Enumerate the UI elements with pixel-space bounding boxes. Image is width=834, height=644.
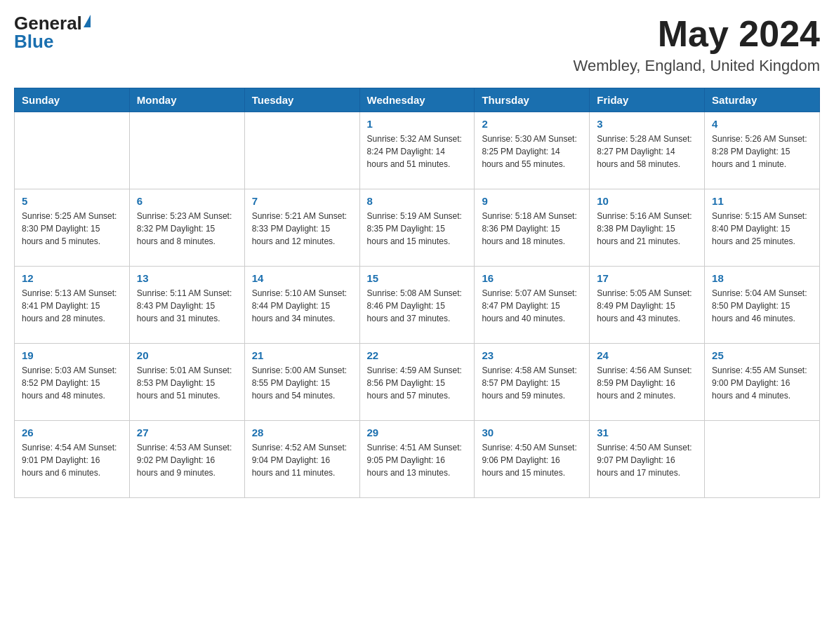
calendar-cell: 11Sunrise: 5:15 AM Sunset: 8:40 PM Dayli… bbox=[705, 189, 820, 267]
day-info: Sunrise: 5:05 AM Sunset: 8:49 PM Dayligh… bbox=[597, 287, 697, 325]
calendar-cell: 21Sunrise: 5:00 AM Sunset: 8:55 PM Dayli… bbox=[244, 344, 359, 421]
day-number: 11 bbox=[712, 195, 812, 207]
day-number: 19 bbox=[22, 349, 122, 361]
day-info: Sunrise: 5:03 AM Sunset: 8:52 PM Dayligh… bbox=[22, 364, 122, 402]
day-number: 9 bbox=[482, 195, 582, 207]
day-info: Sunrise: 5:11 AM Sunset: 8:43 PM Dayligh… bbox=[137, 287, 237, 325]
day-info: Sunrise: 5:16 AM Sunset: 8:38 PM Dayligh… bbox=[597, 210, 697, 248]
day-number: 13 bbox=[137, 272, 237, 284]
day-number: 2 bbox=[482, 118, 582, 130]
calendar-cell: 2Sunrise: 5:30 AM Sunset: 8:25 PM Daylig… bbox=[475, 112, 590, 189]
month-title: May 2024 bbox=[574, 14, 820, 54]
day-info: Sunrise: 5:08 AM Sunset: 8:46 PM Dayligh… bbox=[367, 287, 468, 325]
day-info: Sunrise: 5:01 AM Sunset: 8:53 PM Dayligh… bbox=[137, 364, 237, 402]
calendar-header-row: SundayMondayTuesdayWednesdayThursdayFrid… bbox=[15, 88, 820, 112]
location-title: Wembley, England, United Kingdom bbox=[574, 57, 820, 75]
calendar-cell: 13Sunrise: 5:11 AM Sunset: 8:43 PM Dayli… bbox=[129, 267, 244, 344]
weekday-header-monday: Monday bbox=[129, 88, 244, 112]
day-number: 18 bbox=[712, 272, 812, 284]
day-number: 6 bbox=[137, 195, 237, 207]
day-info: Sunrise: 5:13 AM Sunset: 8:41 PM Dayligh… bbox=[22, 287, 122, 325]
day-number: 27 bbox=[137, 427, 237, 438]
calendar-cell: 5Sunrise: 5:25 AM Sunset: 8:30 PM Daylig… bbox=[15, 189, 130, 267]
day-info: Sunrise: 4:56 AM Sunset: 8:59 PM Dayligh… bbox=[597, 364, 697, 402]
calendar-cell: 18Sunrise: 5:04 AM Sunset: 8:50 PM Dayli… bbox=[705, 267, 820, 344]
calendar-week-row: 1Sunrise: 5:32 AM Sunset: 8:24 PM Daylig… bbox=[15, 112, 820, 189]
day-number: 16 bbox=[482, 272, 582, 284]
day-info: Sunrise: 5:19 AM Sunset: 8:35 PM Dayligh… bbox=[367, 210, 468, 248]
day-info: Sunrise: 5:23 AM Sunset: 8:32 PM Dayligh… bbox=[137, 210, 237, 248]
day-number: 7 bbox=[252, 195, 352, 207]
day-info: Sunrise: 5:18 AM Sunset: 8:36 PM Dayligh… bbox=[482, 210, 582, 248]
day-number: 5 bbox=[22, 195, 122, 207]
day-info: Sunrise: 5:15 AM Sunset: 8:40 PM Dayligh… bbox=[712, 210, 812, 248]
day-info: Sunrise: 4:51 AM Sunset: 9:05 PM Dayligh… bbox=[367, 441, 468, 479]
calendar-week-row: 26Sunrise: 4:54 AM Sunset: 9:01 PM Dayli… bbox=[15, 421, 820, 498]
calendar-cell: 4Sunrise: 5:26 AM Sunset: 8:28 PM Daylig… bbox=[705, 112, 820, 189]
calendar-cell: 20Sunrise: 5:01 AM Sunset: 8:53 PM Dayli… bbox=[129, 344, 244, 421]
calendar-cell: 22Sunrise: 4:59 AM Sunset: 8:56 PM Dayli… bbox=[359, 344, 475, 421]
calendar-cell: 14Sunrise: 5:10 AM Sunset: 8:44 PM Dayli… bbox=[244, 267, 359, 344]
calendar-week-row: 12Sunrise: 5:13 AM Sunset: 8:41 PM Dayli… bbox=[15, 267, 820, 344]
day-number: 14 bbox=[252, 272, 352, 284]
day-number: 29 bbox=[367, 427, 468, 438]
calendar-cell: 27Sunrise: 4:53 AM Sunset: 9:02 PM Dayli… bbox=[129, 421, 244, 498]
day-number: 17 bbox=[597, 272, 697, 284]
day-info: Sunrise: 4:50 AM Sunset: 9:06 PM Dayligh… bbox=[482, 441, 582, 479]
calendar-cell: 29Sunrise: 4:51 AM Sunset: 9:05 PM Dayli… bbox=[359, 421, 475, 498]
day-number: 3 bbox=[597, 118, 697, 130]
logo-general-text: General bbox=[14, 14, 82, 32]
day-number: 30 bbox=[482, 427, 582, 438]
day-info: Sunrise: 4:59 AM Sunset: 8:56 PM Dayligh… bbox=[367, 364, 468, 402]
weekday-header-saturday: Saturday bbox=[705, 88, 820, 112]
calendar-cell: 23Sunrise: 4:58 AM Sunset: 8:57 PM Dayli… bbox=[475, 344, 590, 421]
calendar-week-row: 5Sunrise: 5:25 AM Sunset: 8:30 PM Daylig… bbox=[15, 189, 820, 267]
day-info: Sunrise: 4:54 AM Sunset: 9:01 PM Dayligh… bbox=[22, 441, 122, 479]
calendar-cell: 17Sunrise: 5:05 AM Sunset: 8:49 PM Dayli… bbox=[590, 267, 705, 344]
calendar-cell: 8Sunrise: 5:19 AM Sunset: 8:35 PM Daylig… bbox=[359, 189, 475, 267]
day-info: Sunrise: 4:58 AM Sunset: 8:57 PM Dayligh… bbox=[482, 364, 582, 402]
calendar-cell: 1Sunrise: 5:32 AM Sunset: 8:24 PM Daylig… bbox=[359, 112, 475, 189]
day-number: 23 bbox=[482, 349, 582, 361]
logo-blue-text: Blue bbox=[14, 32, 53, 51]
weekday-header-friday: Friday bbox=[590, 88, 705, 112]
day-info: Sunrise: 5:30 AM Sunset: 8:25 PM Dayligh… bbox=[482, 133, 582, 170]
day-info: Sunrise: 5:25 AM Sunset: 8:30 PM Dayligh… bbox=[22, 210, 122, 248]
calendar-cell: 12Sunrise: 5:13 AM Sunset: 8:41 PM Dayli… bbox=[15, 267, 130, 344]
calendar-week-row: 19Sunrise: 5:03 AM Sunset: 8:52 PM Dayli… bbox=[15, 344, 820, 421]
weekday-header-tuesday: Tuesday bbox=[244, 88, 359, 112]
weekday-header-wednesday: Wednesday bbox=[359, 88, 475, 112]
page-header: General Blue May 2024 Wembley, England, … bbox=[14, 14, 820, 75]
logo: General Blue bbox=[14, 14, 91, 51]
day-info: Sunrise: 4:52 AM Sunset: 9:04 PM Dayligh… bbox=[252, 441, 352, 479]
calendar-cell: 15Sunrise: 5:08 AM Sunset: 8:46 PM Dayli… bbox=[359, 267, 475, 344]
calendar-cell: 28Sunrise: 4:52 AM Sunset: 9:04 PM Dayli… bbox=[244, 421, 359, 498]
calendar-cell: 19Sunrise: 5:03 AM Sunset: 8:52 PM Dayli… bbox=[15, 344, 130, 421]
calendar-cell bbox=[705, 421, 820, 498]
calendar-cell: 10Sunrise: 5:16 AM Sunset: 8:38 PM Dayli… bbox=[590, 189, 705, 267]
day-number: 21 bbox=[252, 349, 352, 361]
weekday-header-sunday: Sunday bbox=[15, 88, 130, 112]
calendar-cell: 26Sunrise: 4:54 AM Sunset: 9:01 PM Dayli… bbox=[15, 421, 130, 498]
calendar-cell: 3Sunrise: 5:28 AM Sunset: 8:27 PM Daylig… bbox=[590, 112, 705, 189]
day-info: Sunrise: 5:10 AM Sunset: 8:44 PM Dayligh… bbox=[252, 287, 352, 325]
calendar-cell bbox=[129, 112, 244, 189]
day-number: 26 bbox=[22, 427, 122, 438]
calendar-cell: 24Sunrise: 4:56 AM Sunset: 8:59 PM Dayli… bbox=[590, 344, 705, 421]
calendar-cell: 7Sunrise: 5:21 AM Sunset: 8:33 PM Daylig… bbox=[244, 189, 359, 267]
day-number: 22 bbox=[367, 349, 468, 361]
day-number: 12 bbox=[22, 272, 122, 284]
day-number: 24 bbox=[597, 349, 697, 361]
day-number: 4 bbox=[712, 118, 812, 130]
calendar-cell: 9Sunrise: 5:18 AM Sunset: 8:36 PM Daylig… bbox=[475, 189, 590, 267]
calendar-table: SundayMondayTuesdayWednesdayThursdayFrid… bbox=[14, 88, 820, 498]
day-number: 10 bbox=[597, 195, 697, 207]
day-number: 28 bbox=[252, 427, 352, 438]
day-info: Sunrise: 4:50 AM Sunset: 9:07 PM Dayligh… bbox=[597, 441, 697, 479]
title-block: May 2024 Wembley, England, United Kingdo… bbox=[574, 14, 820, 75]
day-info: Sunrise: 5:28 AM Sunset: 8:27 PM Dayligh… bbox=[597, 133, 697, 170]
logo-triangle-icon bbox=[84, 15, 91, 27]
calendar-cell: 6Sunrise: 5:23 AM Sunset: 8:32 PM Daylig… bbox=[129, 189, 244, 267]
day-number: 31 bbox=[597, 427, 697, 438]
day-number: 1 bbox=[367, 118, 468, 130]
